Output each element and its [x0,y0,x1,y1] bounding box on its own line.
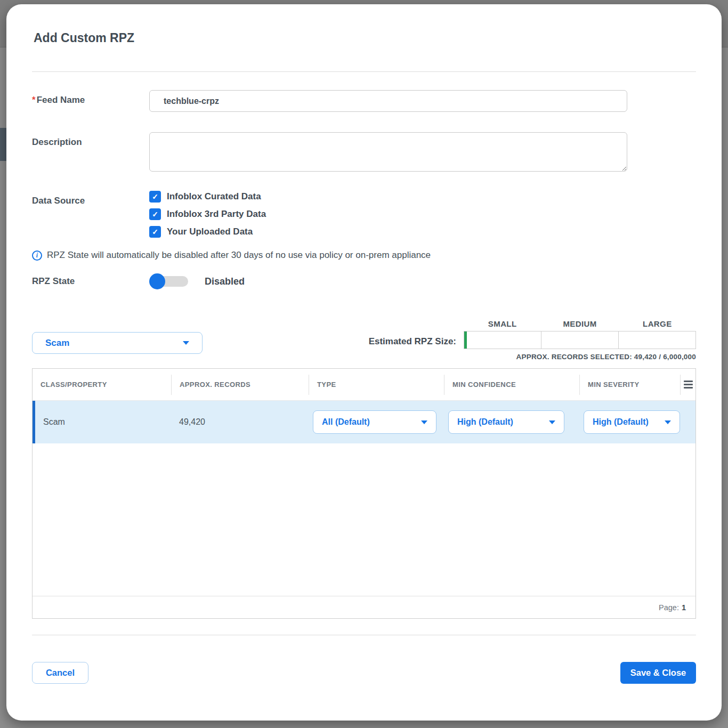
rpz-size-meter-headers: SMALL MEDIUM LARGE [464,319,696,328]
cell-type: All (Default) [309,410,444,434]
chevron-down-icon [549,420,555,424]
cell-class-property: Scam [35,417,171,427]
approx-records-selected: APPROX. RECORDS SELECTED: 49,420 / 6,000… [464,353,696,361]
size-fill-indicator [464,331,467,349]
required-asterisk: * [32,95,36,105]
column-menu-cell [680,375,695,395]
description-row: Description [32,132,696,172]
type-dropdown[interactable]: All (Default) [313,410,436,434]
column-header-min-confidence[interactable]: MIN CONFIDENCE [444,375,579,395]
estimated-rpz-size: Estimated RPZ Size: SMALL MEDIUM LARGE A… [369,319,696,361]
data-source-option: ✓ Infoblox 3rd Party Data [149,208,266,220]
rpz-state-label: RPZ State [32,276,149,287]
checkbox-your-uploaded-data[interactable]: ✓ [149,226,161,238]
size-medium-cell [541,331,618,349]
type-dropdown-value: All (Default) [322,417,370,427]
checkmark-icon: ✓ [152,192,158,201]
chevron-down-icon [421,420,427,424]
rpz-state-row: RPZ State Disabled [32,273,696,289]
size-small-label: SMALL [464,319,541,328]
page-number: 1 [682,603,686,612]
approx-records-label: APPROX. RECORDS SELECTED: [516,353,632,361]
data-source-row: Data Source ✓ Infoblox Curated Data ✓ In… [32,191,696,244]
rpz-size-meter: SMALL MEDIUM LARGE APPROX. RECORDS SELEC… [464,319,696,361]
checkmark-icon: ✓ [152,210,158,219]
size-medium-label: MEDIUM [541,319,618,328]
column-header-class-property[interactable]: CLASS/PROPERTY [33,375,171,395]
column-header-min-severity[interactable]: MIN SEVERITY [579,375,680,395]
add-custom-rpz-modal: Add Custom RPZ *Feed Name Description Da… [6,4,722,721]
cell-min-confidence: High (Default) [444,410,579,434]
min-confidence-dropdown-value: High (Default) [457,417,513,427]
chevron-down-icon [183,341,189,345]
toggle-knob [149,273,165,289]
threat-class-dropdown[interactable]: Scam [32,332,203,354]
data-source-label: Data Source [32,191,149,206]
rpz-state-info-note: i RPZ State will automatically be disabl… [32,250,696,261]
checkbox-label: Infoblox 3rd Party Data [167,209,266,220]
column-header-approx-records[interactable]: APPROX. RECORDS [171,375,309,395]
rpz-state-toggle[interactable] [149,273,189,289]
size-large-cell [618,331,695,349]
min-severity-dropdown[interactable]: High (Default) [584,410,680,434]
table-header-row: CLASS/PROPERTY APPROX. RECORDS TYPE MIN … [33,369,695,401]
checkbox-infoblox-3rd-party-data[interactable]: ✓ [149,208,161,220]
rpz-state-status: Disabled [205,276,245,287]
title-divider [32,71,696,72]
size-large-label: LARGE [619,319,696,328]
data-source-option: ✓ Your Uploaded Data [149,226,266,238]
save-close-button[interactable]: Save & Close [620,662,696,684]
approx-records-value: 49,420 / 6,000,000 [634,353,696,361]
size-small-cell [464,331,541,349]
checkbox-label: Your Uploaded Data [167,227,253,237]
estimated-rpz-size-label: Estimated RPZ Size: [369,336,456,347]
description-input[interactable] [149,132,627,172]
chevron-down-icon [665,420,671,424]
data-source-option: ✓ Infoblox Curated Data [149,191,266,203]
modal-footer: Cancel Save & Close [32,662,696,684]
table-pagination: Page: 1 [33,596,695,618]
footer-divider [32,635,696,635]
checkbox-infoblox-curated-data[interactable]: ✓ [149,191,161,203]
table-row-scam[interactable]: Scam 49,420 All (Default) High (Default) [33,401,695,443]
rpz-size-meter-bar [464,331,696,349]
min-confidence-dropdown[interactable]: High (Default) [448,410,564,434]
feed-name-label-text: Feed Name [37,95,85,105]
table-empty-area [33,443,695,596]
checkmark-icon: ✓ [152,228,158,236]
data-source-options: ✓ Infoblox Curated Data ✓ Infoblox 3rd P… [149,191,266,244]
info-icon: i [32,250,42,261]
rpz-class-table: CLASS/PROPERTY APPROX. RECORDS TYPE MIN … [32,368,696,619]
backdrop-artifact [0,128,6,161]
modal-backdrop: Add Custom RPZ *Feed Name Description Da… [0,0,728,728]
cell-min-severity: High (Default) [579,410,680,434]
modal-title: Add Custom RPZ [34,30,696,46]
selector-row: Scam Estimated RPZ Size: SMALL MEDIUM LA… [32,319,696,361]
description-label: Description [32,132,149,148]
info-note-text: RPZ State will automatically be disabled… [47,250,431,261]
feed-name-row: *Feed Name [32,90,696,112]
checkbox-label: Infoblox Curated Data [167,191,261,202]
feed-name-label: *Feed Name [32,90,149,106]
threat-class-dropdown-value: Scam [45,338,69,349]
cell-approx-records: 49,420 [171,417,309,427]
feed-name-input[interactable] [149,90,627,112]
min-severity-dropdown-value: High (Default) [593,417,649,427]
column-header-type[interactable]: TYPE [309,375,444,395]
column-menu-icon[interactable] [684,381,693,389]
cancel-button[interactable]: Cancel [32,662,88,684]
page-label: Page: [659,603,679,612]
